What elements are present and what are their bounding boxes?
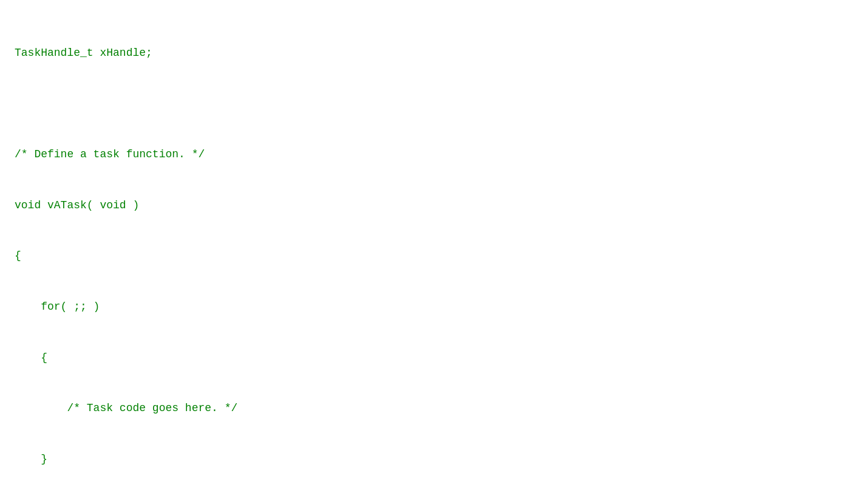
code-line-5: {: [15, 248, 829, 265]
code-line-1: TaskHandle_t xHandle;: [15, 45, 829, 62]
code-line-4: void vATask( void ): [15, 197, 829, 214]
code-line-7: {: [15, 350, 829, 367]
code-line-6: for( ;; ): [15, 299, 829, 316]
code-block: TaskHandle_t xHandle; /* Define a task f…: [15, 11, 829, 504]
code-line-2: [15, 95, 829, 112]
code-line-3: /* Define a task function. */: [15, 146, 829, 163]
code-line-8: /* Task code goes here. */: [15, 400, 829, 417]
code-line-9: }: [15, 451, 829, 468]
